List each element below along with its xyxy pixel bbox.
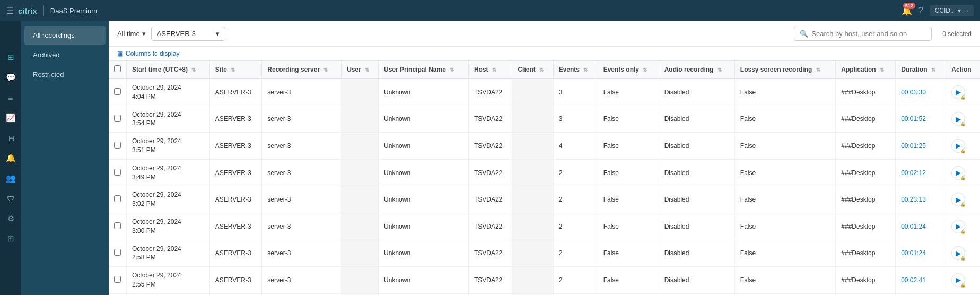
cell-duration[interactable]: 00:02:41 bbox=[896, 267, 946, 294]
cell-action: ▶ 🔒 bbox=[946, 267, 980, 294]
col-events[interactable]: Events ⇅ bbox=[553, 61, 598, 79]
cell-client bbox=[512, 79, 553, 106]
lock-icon: 🔒 bbox=[960, 149, 966, 153]
cell-audio-recording: Disabled bbox=[659, 267, 734, 294]
cell-lossy: False bbox=[734, 133, 836, 160]
sort-upn-icon: ⇅ bbox=[450, 67, 454, 73]
row-checkbox-cell[interactable] bbox=[109, 159, 127, 186]
row-checkbox-cell[interactable] bbox=[109, 106, 127, 133]
col-upn[interactable]: User Principal Name ⇅ bbox=[379, 61, 469, 79]
play-button-2[interactable]: ▶ 🔒 bbox=[951, 139, 965, 153]
time-filter[interactable]: All time ▾ bbox=[117, 30, 146, 38]
row-checkbox-cell[interactable] bbox=[109, 267, 127, 294]
toolbar: All time ▾ ASERVER-3 ▾ 🔍 0 selected bbox=[109, 21, 980, 47]
columns-display-button[interactable]: ▦ Columns to display bbox=[117, 50, 179, 57]
help-icon[interactable]: ? bbox=[918, 6, 923, 15]
col-audio-recording[interactable]: Audio recording ⇅ bbox=[659, 61, 734, 79]
nav-users-icon[interactable]: 👥 bbox=[1, 169, 20, 188]
cell-duration[interactable]: 00:02:12 bbox=[896, 159, 946, 186]
cell-lossy: False bbox=[734, 79, 836, 106]
search-input[interactable] bbox=[811, 30, 926, 38]
play-button-4[interactable]: ▶ 🔒 bbox=[951, 193, 965, 206]
cell-site: ASERVER-3 bbox=[209, 159, 262, 186]
play-button-3[interactable]: ▶ 🔒 bbox=[951, 166, 965, 180]
nav-home-icon[interactable]: ⊞ bbox=[1, 48, 20, 67]
row-checkbox-cell[interactable] bbox=[109, 240, 127, 267]
nav-apps-icon[interactable]: ⊞ bbox=[1, 229, 20, 248]
cell-site: ASERVER-3 bbox=[209, 186, 262, 213]
sort-audio-icon: ⇅ bbox=[718, 67, 722, 73]
play-button-6[interactable]: ▶ 🔒 bbox=[951, 246, 965, 260]
cell-events-only: False bbox=[598, 267, 659, 294]
nav-monitor-icon[interactable]: 🖥 bbox=[1, 128, 20, 148]
play-button-7[interactable]: ▶ 🔒 bbox=[951, 273, 965, 287]
cell-lossy: False bbox=[734, 186, 836, 213]
notification-bell[interactable]: 🔔 512 bbox=[902, 6, 912, 16]
col-recording-server[interactable]: Recording server ⇅ bbox=[262, 61, 342, 79]
row-checkbox-cell[interactable] bbox=[109, 79, 127, 106]
nav-settings-icon[interactable]: ⚙ bbox=[1, 209, 20, 228]
col-host[interactable]: Host ⇅ bbox=[468, 61, 512, 79]
search-box[interactable]: 🔍 bbox=[794, 27, 932, 41]
sidebar-item-all-recordings[interactable]: All recordings bbox=[24, 26, 106, 45]
row-checkbox-cell[interactable] bbox=[109, 133, 127, 160]
col-client[interactable]: Client ⇅ bbox=[512, 61, 553, 79]
row-checkbox-3[interactable] bbox=[114, 169, 121, 176]
sort-events-icon: ⇅ bbox=[583, 67, 588, 73]
cell-duration[interactable]: 00:01:24 bbox=[896, 240, 946, 267]
cell-action: ▶ 🔒 bbox=[946, 240, 980, 267]
select-all-checkbox[interactable] bbox=[114, 65, 121, 72]
row-checkbox-5[interactable] bbox=[114, 222, 121, 229]
cell-duration[interactable]: 00:03:30 bbox=[896, 79, 946, 106]
cell-user bbox=[342, 267, 379, 294]
cell-duration[interactable]: 00:01:52 bbox=[896, 106, 946, 133]
col-events-only[interactable]: Events only ⇅ bbox=[598, 61, 659, 79]
cell-start-time: October 29, 20242:58 PM bbox=[127, 240, 210, 267]
row-checkbox-2[interactable] bbox=[114, 142, 121, 149]
cell-recording-server: server-3 bbox=[262, 240, 342, 267]
play-button-0[interactable]: ▶ 🔒 bbox=[951, 85, 965, 99]
select-all-header[interactable] bbox=[109, 61, 127, 79]
cell-duration[interactable]: 00:23:13 bbox=[896, 186, 946, 213]
play-button-5[interactable]: ▶ 🔒 bbox=[951, 220, 965, 233]
row-checkbox-6[interactable] bbox=[114, 249, 121, 256]
cell-duration[interactable]: 00:01:25 bbox=[896, 133, 946, 160]
cell-lossy: False bbox=[734, 213, 836, 240]
col-site[interactable]: Site ⇅ bbox=[209, 61, 262, 79]
sidebar-item-restricted[interactable]: Restricted bbox=[24, 65, 106, 84]
lock-icon: 🔒 bbox=[960, 95, 966, 100]
col-user[interactable]: User ⇅ bbox=[342, 61, 379, 79]
row-checkbox-cell[interactable] bbox=[109, 186, 127, 213]
sort-application-icon: ⇅ bbox=[880, 67, 884, 73]
row-checkbox-4[interactable] bbox=[114, 195, 121, 202]
lock-icon: 🔒 bbox=[960, 176, 966, 180]
cell-lossy: False bbox=[734, 159, 836, 186]
cell-client bbox=[512, 267, 553, 294]
nav-security-icon[interactable]: 🛡 bbox=[1, 189, 20, 208]
server-filter-dropdown[interactable]: ASERVER-3 ▾ bbox=[151, 27, 225, 41]
row-checkbox-cell[interactable] bbox=[109, 213, 127, 240]
cell-host: TSVDA22 bbox=[468, 240, 512, 267]
cell-upn: Unknown bbox=[379, 133, 469, 160]
sidebar-item-archived[interactable]: Archived bbox=[24, 46, 106, 64]
row-checkbox-7[interactable] bbox=[114, 276, 121, 283]
col-duration[interactable]: Duration ⇅ bbox=[896, 61, 946, 79]
nav-alert-icon[interactable]: 🔔 bbox=[1, 149, 20, 168]
cell-duration[interactable]: 00:01:24 bbox=[896, 213, 946, 240]
nav-list-icon[interactable]: ≡ bbox=[1, 88, 20, 107]
nav-chart-icon[interactable]: 📈 bbox=[1, 108, 20, 127]
user-chevron-icon: ▾ bbox=[958, 7, 961, 14]
col-application[interactable]: Application ⇅ bbox=[836, 61, 896, 79]
user-menu[interactable]: CCID... ▾ ··· bbox=[930, 5, 974, 16]
table-row: October 29, 20243:00 PM ASERVER-3 server… bbox=[109, 213, 980, 240]
row-checkbox-1[interactable] bbox=[114, 115, 121, 122]
col-start-time[interactable]: Start time (UTC+8) ⇅ bbox=[127, 61, 210, 79]
cell-application: ###Desktop bbox=[836, 267, 896, 294]
menu-icon[interactable]: ☰ bbox=[6, 6, 14, 16]
cell-action: ▶ 🔒 bbox=[946, 133, 980, 160]
nav-chat-icon[interactable]: 💬 bbox=[1, 68, 20, 87]
more-options-icon[interactable]: ··· bbox=[963, 7, 968, 14]
play-button-1[interactable]: ▶ 🔒 bbox=[951, 112, 965, 126]
col-lossy[interactable]: Lossy screen recording ⇅ bbox=[734, 61, 836, 79]
row-checkbox-0[interactable] bbox=[114, 88, 121, 95]
